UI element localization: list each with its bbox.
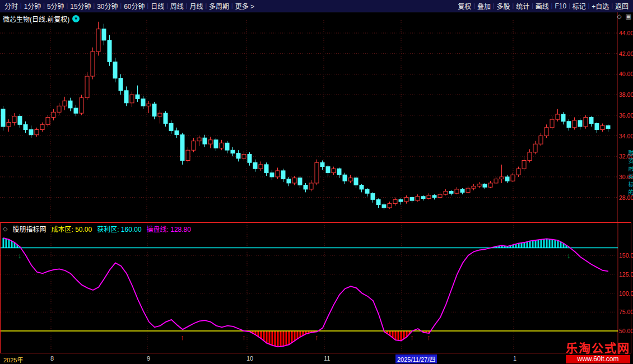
indicator-curve (3, 238, 608, 347)
indicator-axis-label: 75.00 (619, 309, 633, 315)
indicator-axis-label: 50.00 (619, 328, 633, 334)
watermark-title: 乐淘公式网 (566, 342, 630, 354)
period-menu-item-2[interactable]: 5分钟 (45, 1, 67, 11)
candlesticks (1, 22, 610, 210)
period-menu-item-10[interactable]: 更多 > (233, 1, 257, 11)
candlestick-chart[interactable] (0, 12, 618, 222)
indicator-field-1: 获利区: 160.00 (97, 224, 141, 234)
chart-title-bar: 微芯生物(日线.前复权) ▾ (3, 14, 80, 24)
period-menu-item-6[interactable]: 日线 (148, 1, 166, 11)
date-tick: 11 (324, 355, 330, 362)
tool-menu-item-6[interactable]: 标记 (570, 1, 588, 11)
price-label: 40.00 (619, 71, 633, 77)
buy-arrow: ↑ (180, 333, 184, 342)
top-menu-bar: 分时|1分钟|5分钟|15分钟|30分钟|60分钟|日线|周线|月线|多周期|更… (0, 0, 633, 12)
indicator-panel[interactable]: ↑↑↑↑↑↓↓ ◇股朋指标网成本区: 50.00获利区: 160.00操盘线: … (0, 222, 631, 353)
watermark-url: www.60lt.com (566, 355, 630, 363)
price-label: 44.00 (619, 30, 633, 36)
indicator-chart[interactable]: ↑↑↑↑↑↓↓ (1, 223, 618, 353)
date-tick: 9 (147, 355, 150, 362)
tool-menu-item-0[interactable]: 复权 (455, 1, 473, 11)
period-menu-item-1[interactable]: 1分钟 (22, 1, 44, 11)
period-menu-item-5[interactable]: 60分钟 (122, 1, 147, 11)
price-label: 42.00 (619, 50, 633, 57)
date-tick: 1 (513, 355, 516, 362)
tool-menu-item-7[interactable]: +自选 (589, 1, 611, 11)
expand-badge-icon[interactable]: ▾ (72, 15, 80, 22)
main-chart-panel[interactable]: 微芯生物(日线.前复权) ▾ ◇ ▣ 44.0042.0040.0038.003… (0, 12, 633, 222)
period-menu-item-4[interactable]: 30分钟 (95, 1, 120, 11)
indicator-field-0: 成本区: 50.00 (51, 224, 92, 234)
tool-menu-item-5[interactable]: F10 (552, 2, 569, 10)
stock-title: 微芯生物(日线.前复权) (3, 14, 69, 24)
window-icon[interactable]: ▣ (626, 13, 631, 20)
tools-menu: 复权|叠加|多股|统计|画线|F10|标记|+自选|返回 (455, 1, 631, 11)
indicator-field-2: 操盘线: 128.80 (147, 224, 191, 234)
buy-arrow: ↑ (315, 333, 319, 342)
tool-menu-item-4[interactable]: 画线 (533, 1, 551, 11)
date-tick: 2025年 (3, 355, 23, 364)
buy-arrow: ↑ (242, 333, 246, 342)
indicator-name: 股朋指标网 (12, 224, 46, 234)
price-label: 38.00 (619, 91, 633, 98)
period-menu-item-7[interactable]: 周线 (168, 1, 186, 11)
indicator-axis-label: 150.0 (619, 252, 633, 259)
period-menu-item-3[interactable]: 15分钟 (68, 1, 93, 11)
indicator-title-bar: ◇股朋指标网成本区: 50.00获利区: 160.00操盘线: 128.80 (3, 224, 191, 234)
price-label: 34.00 (619, 133, 633, 139)
watermark: 乐淘公式网 www.60lt.com (566, 342, 630, 363)
indicator-histogram (3, 238, 570, 347)
buy-arrow: ↑ (427, 333, 431, 342)
period-menu-item-9[interactable]: 多周期 (207, 1, 231, 11)
period-menu-item-8[interactable]: 月线 (187, 1, 205, 11)
tool-menu-item-1[interactable]: 叠加 (475, 1, 493, 11)
price-label: 36.00 (619, 112, 633, 119)
buy-arrow: ↑ (410, 333, 414, 342)
margin-tradable-label: 融资融券标的 (626, 150, 633, 197)
tool-menu-item-2[interactable]: 多股 (495, 1, 513, 11)
tool-menu-item-3[interactable]: 统计 (514, 1, 532, 11)
cursor-date-label: 2025/11/27/四 (395, 354, 437, 363)
tool-menu-item-8[interactable]: 返回 (613, 1, 631, 11)
date-axis: 2025年8910112025/11/27/四1 (0, 354, 633, 364)
indicator-diamond-icon[interactable]: ◇ (3, 225, 7, 232)
period-menu: 分时|1分钟|5分钟|15分钟|30分钟|60分钟|日线|周线|月线|多周期|更… (2, 1, 257, 11)
sell-arrow: ↓ (18, 251, 22, 260)
date-tick: 10 (246, 355, 253, 362)
indicator-axis-label: 125.0 (619, 271, 633, 278)
indicator-axis-label: 100.0 (619, 290, 633, 297)
sell-arrow: ↓ (567, 251, 571, 260)
period-menu-item-0[interactable]: 分时 (2, 1, 20, 11)
chart-corner-icons: ◇ ▣ (617, 13, 631, 20)
diamond-icon[interactable]: ◇ (617, 13, 621, 20)
date-tick: 8 (50, 355, 54, 362)
